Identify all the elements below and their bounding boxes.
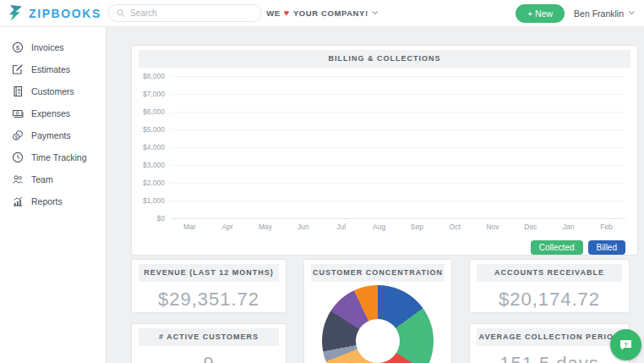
sidebar-item-payments[interactable]: $ Payments — [0, 124, 106, 146]
invoice-icon: $ — [12, 41, 24, 53]
revenue-card: REVENUE (LAST 12 MONTHS) $29,351.72 — [131, 259, 287, 313]
sidebar-item-invoices[interactable]: $ Invoices — [0, 36, 106, 58]
legend-billed[interactable]: Billed — [588, 240, 625, 255]
active-customers-card: # ACTIVE CUSTOMERS 9 — [131, 323, 287, 363]
x-axis-label: Oct — [436, 223, 474, 231]
sidebar-item-expenses[interactable]: Expenses — [0, 102, 106, 124]
svg-text:$: $ — [15, 135, 18, 140]
y-tick-label: $6,000 — [143, 107, 165, 116]
topbar-right: + New Ben Franklin — [516, 4, 644, 23]
avg-collection-period-title: AVERAGE COLLECTION PERIOD — [477, 328, 622, 346]
sidebar: $ Invoices Estimates Customers — [0, 27, 106, 363]
chevron-down-icon — [372, 11, 378, 15]
accounts-receivable-value: $20,174.72 — [470, 282, 629, 311]
sidebar-item-team[interactable]: Team — [0, 168, 106, 190]
avg-collection-period-value: 151.5 days — [470, 346, 629, 363]
topbar: ZIPBOOKS WE ♥ YOUR COMPANY! + New Ben Fr… — [0, 0, 644, 27]
metrics-row: REVENUE (LAST 12 MONTHS) $29,351.72 # AC… — [131, 259, 638, 363]
search-icon — [117, 8, 125, 18]
y-tick-label: $3,000 — [143, 161, 165, 169]
sidebar-label: Reports — [31, 196, 63, 206]
svg-text:$: $ — [16, 44, 20, 52]
y-tick-label: $2,000 — [143, 179, 165, 187]
y-axis: $8,000$7,000$6,000$5,000$4,000$3,000$2,0… — [139, 76, 171, 218]
logo-wordmark: ZIPBOOKS — [29, 7, 101, 20]
bar-groups — [171, 76, 625, 218]
plot — [171, 76, 625, 218]
search-bar[interactable] — [108, 4, 262, 22]
sidebar-label: Invoices — [31, 42, 64, 52]
x-axis-label: Feb — [587, 223, 625, 231]
search-input[interactable] — [130, 8, 254, 18]
active-customers-value: 9 — [132, 346, 286, 363]
zipbooks-logo-icon — [8, 4, 24, 22]
x-axis-label: Jul — [322, 223, 360, 231]
y-tick-label: $4,000 — [143, 143, 165, 151]
chevron-down-icon — [629, 11, 635, 15]
customer-concentration-title: CUSTOMER CONCENTRATION — [311, 264, 445, 282]
customer-concentration-donut[interactable] — [322, 285, 434, 363]
x-axis-label: May — [247, 223, 285, 231]
payments-icon: $ — [12, 129, 24, 141]
zipbooks-logo[interactable]: ZIPBOOKS — [0, 4, 106, 22]
sidebar-label: Team — [31, 174, 53, 184]
x-axis-label: Nov — [474, 223, 512, 231]
x-axis: MarAprMayJunJulAugSepOctNovDecJanFeb — [171, 223, 625, 231]
sidebar-item-estimates[interactable]: Estimates — [0, 58, 106, 80]
x-axis-label: Dec — [511, 223, 549, 231]
user-name: Ben Franklin — [574, 8, 624, 19]
billing-collections-title: BILLING & COLLECTIONS — [139, 50, 630, 68]
x-axis-label: Sep — [398, 223, 436, 231]
x-axis-label: Mar — [171, 223, 209, 231]
gridline — [171, 218, 625, 219]
x-axis-label: Jun — [284, 223, 322, 231]
svg-text:?: ? — [624, 341, 628, 349]
y-tick-label: $1,000 — [143, 196, 165, 205]
x-axis-label: Apr — [209, 223, 247, 231]
revenue-title: REVENUE (LAST 12 MONTHS) — [139, 264, 279, 282]
reports-icon — [12, 195, 24, 207]
sidebar-label: Expenses — [31, 108, 70, 118]
revenue-value: $29,351.72 — [132, 282, 286, 311]
banner-text-pre: WE — [266, 8, 281, 18]
sidebar-item-time-tracking[interactable]: Time Tracking — [0, 146, 106, 168]
y-tick-label: $7,000 — [143, 90, 165, 98]
sidebar-label: Estimates — [31, 64, 70, 74]
sidebar-item-customers[interactable]: Customers — [0, 80, 106, 102]
y-tick-label: $8,000 — [143, 72, 165, 80]
chat-bubble-icon: ? — [619, 338, 633, 352]
clock-icon — [12, 151, 24, 163]
team-icon — [12, 173, 24, 185]
sidebar-label: Time Tracking — [31, 152, 87, 162]
sidebar-label: Payments — [31, 130, 71, 140]
x-axis-label: Jan — [549, 223, 587, 231]
heart-icon: ♥ — [284, 8, 290, 18]
active-customers-title: # ACTIVE CUSTOMERS — [139, 328, 279, 346]
new-button[interactable]: + New — [516, 4, 565, 23]
legend-collected[interactable]: Collected — [531, 240, 583, 255]
avg-collection-period-card: AVERAGE COLLECTION PERIOD 151.5 days — [469, 323, 630, 363]
billing-collections-card: BILLING & COLLECTIONS $8,000$7,000$6,000… — [131, 45, 638, 256]
expenses-icon — [12, 107, 24, 119]
customer-concentration-card: CUSTOMER CONCENTRATION — [303, 259, 452, 363]
user-menu[interactable]: Ben Franklin — [574, 8, 635, 19]
customers-icon — [12, 85, 24, 97]
banner-text-post: YOUR COMPANY! — [293, 8, 368, 18]
dashboard: BILLING & COLLECTIONS $8,000$7,000$6,000… — [106, 27, 644, 363]
sidebar-item-reports[interactable]: Reports — [0, 190, 106, 212]
donut-wrap — [304, 282, 451, 363]
chart-legend: CollectedBilled — [144, 240, 625, 255]
estimate-icon — [12, 63, 24, 75]
accounts-receivable-title: ACCOUNTS RECEIVABLE — [477, 264, 622, 282]
x-axis-label: Aug — [360, 223, 398, 231]
accounts-receivable-card: ACCOUNTS RECEIVABLE $20,174.72 — [469, 259, 630, 313]
y-tick-label: $5,000 — [143, 125, 165, 134]
sidebar-label: Customers — [31, 86, 74, 96]
billing-chart: $8,000$7,000$6,000$5,000$4,000$3,000$2,0… — [139, 76, 625, 218]
company-selector[interactable]: WE ♥ YOUR COMPANY! — [266, 8, 378, 18]
chat-button[interactable]: ? — [610, 329, 641, 360]
y-tick-label: $0 — [157, 214, 165, 223]
